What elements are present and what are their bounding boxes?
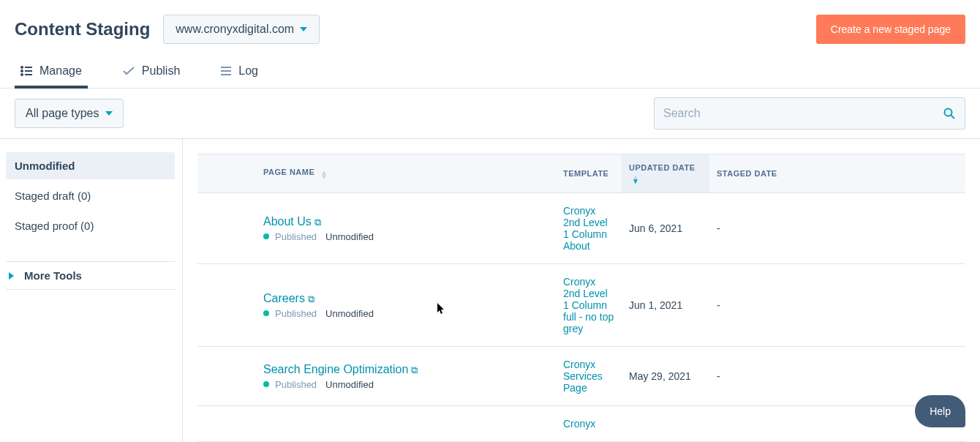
template-link[interactable]: Cronyx Services Page bbox=[563, 359, 614, 394]
tab-publish[interactable]: Publish bbox=[117, 57, 186, 88]
tab-publish-label: Publish bbox=[142, 64, 180, 78]
svg-point-2 bbox=[20, 70, 23, 72]
column-checkbox bbox=[197, 154, 256, 193]
tab-manage-label: Manage bbox=[39, 64, 82, 78]
table-row[interactable]: Search Engine Optimization⧉ Published Un… bbox=[197, 347, 965, 406]
search-input[interactable] bbox=[654, 97, 965, 130]
menu-icon bbox=[221, 67, 231, 75]
domain-dropdown[interactable]: www.cronyxdigital.com bbox=[163, 15, 320, 44]
help-button[interactable]: Help bbox=[915, 395, 965, 427]
status-dot-icon bbox=[263, 381, 269, 387]
svg-point-9 bbox=[945, 109, 952, 116]
check-icon bbox=[123, 67, 135, 75]
template-link[interactable]: Cronyx bbox=[563, 418, 614, 430]
sidebar-item-staged-proof[interactable]: Staged proof (0) bbox=[6, 212, 175, 239]
external-link-icon: ⧉ bbox=[314, 217, 321, 228]
column-staged-date[interactable]: STAGED DATE bbox=[709, 154, 965, 193]
table-row[interactable]: About Us⧉ Published Unmodified Cronyx 2n… bbox=[197, 193, 965, 264]
page-title: Content Staging bbox=[15, 19, 150, 40]
svg-rect-7 bbox=[221, 70, 231, 72]
external-link-icon: ⧉ bbox=[308, 293, 314, 304]
tab-log-label: Log bbox=[238, 64, 258, 78]
table-row[interactable]: Careers⧉ Published Unmodified Cronyx 2nd… bbox=[197, 264, 965, 347]
updated-date: Jun 1, 2021 bbox=[622, 264, 709, 347]
tab-manage[interactable]: Manage bbox=[15, 57, 88, 88]
status-dot-icon bbox=[263, 233, 269, 239]
create-staged-page-button[interactable]: Create a new staged page bbox=[816, 15, 965, 44]
column-template[interactable]: TEMPLATE bbox=[556, 154, 622, 193]
svg-rect-3 bbox=[25, 70, 32, 72]
updated-date: Jun 6, 2021 bbox=[622, 193, 709, 264]
external-link-icon: ⧉ bbox=[411, 364, 418, 375]
status-published: Published bbox=[275, 308, 317, 319]
column-updated-date[interactable]: UPDATED DATE ▲▼ bbox=[622, 154, 709, 193]
search-icon[interactable] bbox=[943, 108, 955, 119]
tab-log[interactable]: Log bbox=[215, 57, 264, 88]
svg-rect-1 bbox=[25, 67, 32, 68]
sidebar-more-tools[interactable]: More Tools bbox=[6, 261, 175, 290]
svg-point-4 bbox=[20, 73, 23, 76]
more-tools-label: More Tools bbox=[24, 269, 82, 282]
status-dot-icon bbox=[263, 310, 269, 316]
status-modified: Unmodified bbox=[325, 231, 374, 242]
chevron-down-icon bbox=[105, 111, 113, 116]
svg-rect-6 bbox=[221, 67, 231, 68]
template-link[interactable]: Cronyx 2nd Lev­el 1 Col­umn full - no to… bbox=[563, 276, 614, 334]
status-published: Published bbox=[275, 379, 317, 390]
status-published: Published bbox=[275, 231, 317, 242]
sidebar-item-staged-draft[interactable]: Staged draft (0) bbox=[6, 182, 175, 209]
chevron-down-icon bbox=[300, 27, 307, 31]
svg-point-0 bbox=[20, 66, 23, 69]
table-row[interactable]: Cronyx bbox=[197, 406, 965, 442]
sidebar-item-unmodified[interactable]: Unmodified bbox=[6, 152, 175, 179]
column-page-name[interactable]: PAGE NAME ▲▼ bbox=[256, 154, 556, 193]
template-link[interactable]: Cronyx 2nd Lev­el 1 Col­umn About bbox=[563, 205, 614, 252]
svg-rect-8 bbox=[221, 74, 231, 75]
status-modified: Unmodified bbox=[325, 308, 374, 319]
status-modified: Unmodified bbox=[325, 379, 374, 390]
page-link[interactable]: Search Engine Optimization⧉ bbox=[263, 363, 418, 375]
svg-rect-5 bbox=[25, 74, 32, 75]
page-type-dropdown[interactable]: All page types bbox=[15, 99, 124, 128]
domain-label: www.cronyxdigital.com bbox=[176, 23, 294, 36]
chevron-right-icon bbox=[9, 272, 14, 280]
staged-date: - bbox=[709, 193, 965, 264]
sort-icon: ▲▼ bbox=[632, 175, 639, 184]
page-type-label: All page types bbox=[26, 107, 99, 120]
list-icon bbox=[20, 66, 32, 76]
page-link[interactable]: About Us⧉ bbox=[263, 215, 321, 228]
sort-icon: ▲▼ bbox=[320, 171, 328, 179]
svg-line-10 bbox=[951, 116, 955, 119]
updated-date: May 29, 2021 bbox=[622, 347, 709, 406]
staged-date: - bbox=[709, 264, 965, 347]
page-link[interactable]: Careers⧉ bbox=[263, 292, 314, 304]
